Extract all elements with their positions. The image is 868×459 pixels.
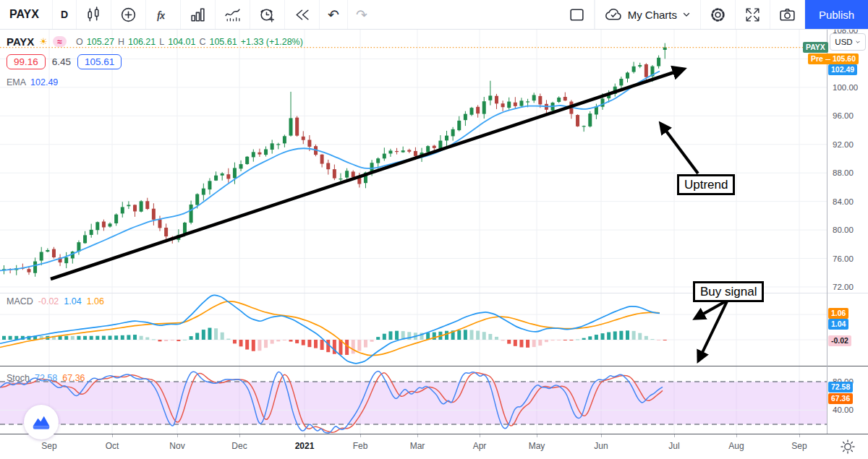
time-axis-label: Dec (224, 441, 255, 451)
settings-button[interactable] (701, 0, 736, 29)
legend-symbol[interactable]: PAYX (7, 35, 34, 48)
buy-signal-callout[interactable]: Buy signal (693, 281, 764, 302)
candlestick-icon (85, 6, 103, 24)
my-charts-menu[interactable]: My Charts (595, 0, 701, 29)
ema-legend[interactable]: EMA 102.49 (7, 77, 58, 87)
time-axis-tick (480, 434, 480, 437)
axis-tick-label: 76.00 (833, 254, 854, 263)
currency-dropdown[interactable]: USD (830, 33, 866, 51)
high-price-box[interactable]: 105.61 (77, 54, 122, 69)
ema-label: EMA (7, 77, 26, 87)
time-axis-label: May (521, 441, 553, 451)
chevron-down-icon (682, 10, 691, 19)
time-axis-label: Mar (401, 441, 433, 451)
time-axis-label: Jul (658, 441, 690, 451)
ema-line (0, 71, 660, 270)
bar-replay-button[interactable] (285, 0, 320, 29)
time-axis-tick (417, 434, 418, 437)
time-axis-tick (537, 434, 537, 437)
pre-line-dash (825, 59, 830, 60)
close-label: C (199, 37, 205, 47)
time-axis-tick (239, 434, 240, 437)
sun-icon (839, 438, 856, 455)
premarket-price-badge: Pre105.60 (808, 53, 859, 64)
stoch-legend[interactable]: Stoch 72.58 67.36 (7, 373, 85, 383)
chevron-down-icon (855, 39, 861, 45)
time-axis-label: Feb (344, 441, 376, 451)
indicators-button[interactable]: fx (146, 0, 181, 29)
chart-style-button[interactable] (77, 0, 111, 29)
tradingview-window: PAYX D fx (0, 0, 868, 459)
axis-tick-label: 92.00 (833, 140, 854, 149)
macd-signal-badge: 1.06 (828, 308, 848, 319)
undo-icon: ↶ (328, 8, 339, 22)
financials-button[interactable] (181, 0, 216, 29)
svg-text:fx: fx (157, 9, 165, 20)
toolbar-left: PAYX D fx (0, 0, 560, 29)
close-value: 105.61 (209, 37, 237, 47)
macd-line-badge: 1.04 (828, 319, 848, 330)
indicator-templates-button[interactable] (216, 0, 250, 29)
time-axis-tick (799, 434, 800, 437)
time-axis-tick (736, 434, 737, 437)
undo-button[interactable]: ↶ (320, 0, 348, 29)
time-axis[interactable]: SepOctNovDec2021FebMarAprMayJunJulAugSep (0, 434, 868, 459)
axis-tick-label: 96.00 (833, 111, 854, 120)
stoch-k-badge: 72.58 (828, 382, 853, 392)
price-range-row: 99.16 6.45 105.61 (7, 54, 122, 69)
time-axis-label: Sep (783, 441, 815, 451)
pre-label: Pre (811, 54, 823, 63)
axis-tick-label: 80.00 (833, 226, 854, 234)
plus-circle-icon (119, 6, 137, 24)
time-axis-tick (305, 434, 305, 437)
pre-value: 105.60 (833, 54, 856, 63)
symbol-button[interactable]: PAYX (0, 0, 53, 29)
camera-icon (778, 6, 796, 24)
redo-button[interactable]: ↷ (348, 0, 375, 29)
symbol-price-badge: PAYX (803, 42, 828, 53)
time-axis-tick (177, 434, 178, 437)
low-label: L (159, 37, 164, 47)
alert-button[interactable] (250, 0, 285, 29)
my-charts-label: My Charts (628, 9, 677, 21)
theme-toggle-button[interactable] (839, 438, 856, 458)
redo-icon: ↷ (356, 8, 367, 22)
rewind-icon (293, 6, 311, 24)
stoch-k-value: 72.58 (35, 373, 57, 383)
price-axis-border (827, 29, 827, 459)
ema-value: 102.49 (30, 77, 58, 87)
layout-button[interactable] (560, 0, 595, 29)
cloud-check-icon (605, 6, 623, 24)
stoch-d-value: 67.36 (62, 373, 85, 383)
chart-canvas[interactable] (0, 0, 868, 459)
macd-legend[interactable]: MACD -0.02 1.04 1.06 (7, 296, 104, 306)
time-axis-label: Oct (96, 441, 128, 451)
macd-stoch-separator[interactable] (0, 366, 868, 366)
high-label: H (118, 37, 124, 47)
low-value: 104.01 (168, 37, 195, 47)
wave-chart-icon (224, 6, 242, 24)
fullscreen-button[interactable] (736, 0, 770, 29)
axis-tick-label: 88.00 (833, 168, 854, 177)
time-axis-label: Aug (720, 441, 752, 451)
publish-button[interactable]: Publish (805, 0, 868, 29)
axis-tick-label: 72.00 (833, 283, 854, 291)
compare-button[interactable] (111, 0, 146, 29)
uptrend-trendline (51, 69, 683, 279)
time-axis-label: Sep (33, 441, 65, 451)
open-label: O (76, 37, 83, 47)
top-toolbar: PAYX D fx (0, 0, 868, 30)
high-value: 106.21 (128, 37, 156, 47)
uptrend-callout[interactable]: Uptrend (677, 174, 735, 195)
low-price-box[interactable]: 99.16 (7, 54, 46, 69)
interval-button[interactable]: D (53, 0, 77, 29)
macd-hist-value: -0.02 (38, 296, 59, 306)
tradingview-logo[interactable] (24, 405, 59, 439)
gear-icon (709, 6, 727, 24)
snapshot-button[interactable] (770, 0, 805, 29)
fx-icon: fx (154, 6, 172, 24)
main-legend: PAYX ☀ ≈ O105.27 H106.21 L104.01 C105.61… (7, 35, 303, 48)
columns-icon (189, 6, 207, 24)
stoch-d-badge: 67.36 (828, 393, 853, 404)
axis-tick-label: 40.00 (833, 406, 854, 414)
